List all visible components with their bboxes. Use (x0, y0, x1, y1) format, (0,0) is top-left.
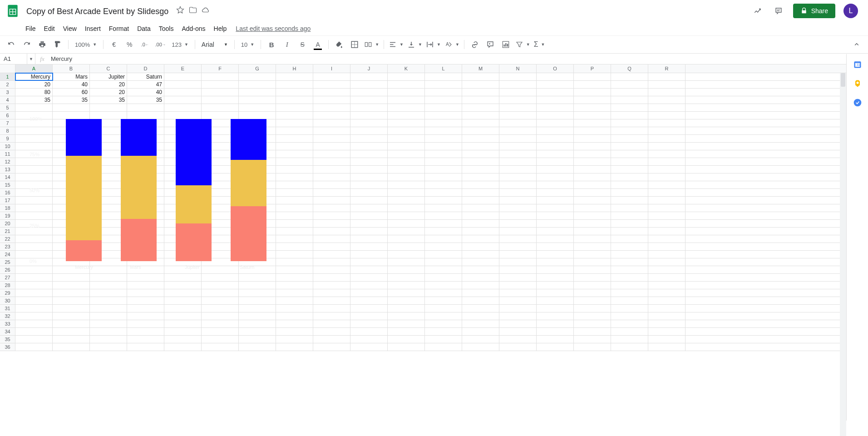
cell[interactable] (499, 119, 537, 127)
cell[interactable] (611, 96, 648, 104)
cell[interactable] (127, 289, 164, 297)
row-header[interactable]: 24 (0, 251, 15, 258)
cell[interactable] (574, 181, 611, 188)
cell[interactable] (313, 204, 350, 212)
cell[interactable] (537, 336, 574, 343)
cell[interactable] (350, 274, 388, 281)
cell[interactable] (350, 243, 388, 250)
cell[interactable] (499, 343, 537, 351)
cell[interactable] (499, 320, 537, 327)
cell[interactable] (499, 251, 537, 258)
vertical-align-button[interactable]: ▼ (406, 39, 423, 50)
name-box[interactable]: A1 (0, 54, 27, 64)
cell[interactable] (127, 297, 164, 304)
cell[interactable] (648, 336, 686, 343)
cell[interactable] (350, 127, 388, 134)
cell[interactable] (164, 274, 202, 281)
cell[interactable] (611, 312, 648, 320)
cell[interactable] (462, 135, 499, 142)
row-header[interactable]: 7 (0, 119, 15, 127)
cell[interactable] (425, 305, 462, 312)
cell[interactable] (425, 297, 462, 304)
cell[interactable] (462, 173, 499, 181)
cell[interactable] (611, 297, 648, 304)
cell[interactable] (164, 289, 202, 297)
cell[interactable] (164, 328, 202, 335)
cell[interactable] (611, 204, 648, 212)
cell[interactable] (127, 343, 164, 351)
cell[interactable] (313, 73, 350, 80)
cell[interactable] (574, 220, 611, 227)
cell[interactable] (537, 166, 574, 173)
cell[interactable] (574, 104, 611, 111)
cell[interactable] (499, 220, 537, 227)
menu-help[interactable]: Help (210, 23, 231, 34)
cell[interactable] (537, 289, 574, 297)
cell[interactable] (574, 282, 611, 289)
cell[interactable] (388, 266, 425, 273)
cell[interactable] (313, 220, 350, 227)
paint-format-icon[interactable] (51, 38, 64, 51)
cell[interactable] (499, 336, 537, 343)
cell[interactable] (90, 320, 127, 327)
menu-format[interactable]: Format (105, 23, 133, 34)
row-header[interactable]: 33 (0, 320, 15, 327)
cell[interactable] (648, 81, 686, 88)
cell[interactable] (574, 119, 611, 127)
cell[interactable] (462, 96, 499, 104)
cell[interactable] (53, 282, 90, 289)
cell[interactable] (313, 127, 350, 134)
cell[interactable] (574, 251, 611, 258)
cell[interactable] (462, 282, 499, 289)
cell[interactable] (313, 266, 350, 273)
cell[interactable] (425, 312, 462, 320)
cell[interactable] (462, 150, 499, 158)
cell[interactable] (462, 328, 499, 335)
cell[interactable] (127, 328, 164, 335)
cell[interactable] (350, 305, 388, 312)
cell[interactable] (127, 305, 164, 312)
cell[interactable] (202, 73, 239, 80)
cell[interactable] (499, 189, 537, 196)
cell[interactable] (276, 104, 313, 111)
cell[interactable] (574, 81, 611, 88)
cell[interactable] (90, 282, 127, 289)
cell[interactable] (90, 328, 127, 335)
cell[interactable] (15, 282, 53, 289)
cell[interactable] (350, 282, 388, 289)
cell[interactable] (15, 320, 53, 327)
cell[interactable] (537, 81, 574, 88)
cell[interactable] (537, 112, 574, 119)
cell[interactable] (313, 96, 350, 104)
cell[interactable] (90, 305, 127, 312)
row-header[interactable]: 15 (0, 181, 15, 188)
percent-button[interactable]: % (123, 38, 136, 51)
cell[interactable] (425, 282, 462, 289)
number-format-select[interactable]: 123▼ (169, 39, 191, 50)
cell[interactable] (611, 104, 648, 111)
cell[interactable]: 20 (90, 89, 127, 96)
cell[interactable] (648, 320, 686, 327)
cell[interactable] (425, 251, 462, 258)
cell[interactable] (313, 305, 350, 312)
cell[interactable] (350, 328, 388, 335)
cell[interactable] (350, 181, 388, 188)
cell[interactable] (648, 119, 686, 127)
cell[interactable] (462, 251, 499, 258)
cell[interactable] (276, 343, 313, 351)
cell[interactable] (499, 96, 537, 104)
cell[interactable] (611, 112, 648, 119)
zoom-select[interactable]: 100%▼ (72, 39, 99, 50)
cell[interactable] (276, 312, 313, 320)
cell[interactable] (388, 312, 425, 320)
cell[interactable] (425, 73, 462, 80)
menu-view[interactable]: View (59, 23, 80, 34)
column-header[interactable]: O (537, 64, 574, 73)
cell[interactable] (537, 135, 574, 142)
cell[interactable] (388, 212, 425, 219)
cell[interactable] (276, 328, 313, 335)
cell[interactable] (574, 343, 611, 351)
cell[interactable] (164, 305, 202, 312)
cell[interactable] (462, 204, 499, 212)
cell[interactable] (574, 73, 611, 80)
